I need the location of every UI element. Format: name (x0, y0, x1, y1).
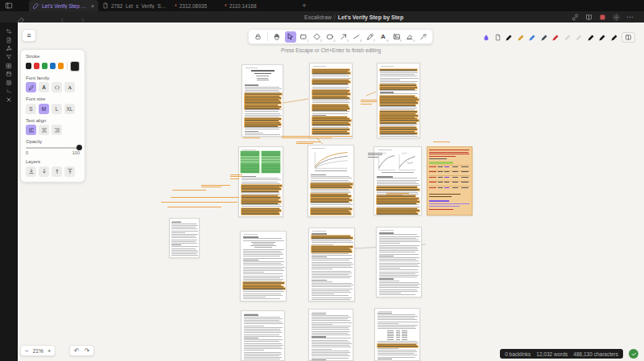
canvas-annotation-text[interactable] (368, 153, 382, 154)
undo-button[interactable]: ↶ (74, 347, 80, 355)
bring-to-front-button[interactable] (64, 166, 75, 177)
opacity-slider[interactable] (26, 147, 80, 149)
custom-pen-3-icon[interactable] (610, 34, 618, 42)
canvas-annotation-text[interactable] (361, 104, 372, 105)
paper-page-5[interactable] (308, 145, 354, 217)
canvas-annotation-text[interactable] (386, 193, 409, 194)
canvas-annotation-text[interactable] (230, 178, 239, 179)
close-icon[interactable] (0, 96, 18, 105)
font-family-code-button[interactable] (52, 82, 62, 92)
send-to-back-button[interactable] (26, 166, 36, 177)
blue-pen-icon[interactable] (528, 34, 536, 42)
tab-close-icon[interactable]: × (91, 3, 94, 9)
laser-tool[interactable] (418, 31, 429, 43)
canvas-annotation-text[interactable] (296, 142, 320, 142)
gear-icon[interactable] (612, 13, 621, 22)
insert-file-icon[interactable] (494, 34, 502, 41)
tab-3[interactable]: ‹2312.08935 (171, 0, 221, 11)
canvas-annotation-text[interactable] (361, 100, 377, 101)
terminal-icon[interactable] (0, 87, 18, 96)
canvas-annotation-text[interactable] (172, 190, 206, 191)
font-family-hand-drawn-button[interactable] (26, 82, 36, 92)
font-size-xl-button[interactable]: XL (64, 104, 75, 114)
paper-page-9[interactable] (308, 228, 355, 302)
current-stroke-swatch[interactable] (70, 61, 80, 72)
new-tab-button[interactable]: + (299, 1, 309, 10)
menu-button[interactable]: ≡ (22, 29, 36, 42)
canvas-annotation-text[interactable] (230, 176, 242, 177)
stroke-swatch-4[interactable] (50, 63, 56, 69)
pencil-pen-icon[interactable] (517, 34, 525, 42)
custom-pen-2-icon[interactable] (598, 34, 606, 42)
panel-toggle-button[interactable] (621, 32, 635, 43)
text-tool[interactable]: A8 (378, 31, 389, 43)
new-note-icon[interactable] (0, 36, 18, 45)
canvas-annotation-text[interactable] (282, 137, 332, 138)
book-icon[interactable] (584, 13, 593, 22)
arrow-tool[interactable]: 5 (338, 31, 349, 43)
paper-page-3[interactable] (377, 63, 420, 138)
faded-pen-2-icon[interactable] (575, 34, 583, 42)
canvas-annotation-text[interactable] (171, 197, 239, 198)
canvas-annotation-text[interactable] (386, 195, 402, 195)
sync-check-button[interactable] (629, 349, 638, 359)
eraser-tool[interactable]: 0 (404, 31, 415, 43)
tab-1[interactable]: Let's Verify Step by S...× (29, 0, 98, 11)
more-icon[interactable]: ⋯ (625, 13, 634, 22)
canvas-annotation-text[interactable] (201, 185, 230, 186)
font-family-normal-button[interactable]: A (39, 82, 49, 92)
annotation-note-card[interactable] (427, 146, 473, 215)
hand-tool[interactable] (271, 31, 283, 43)
stroke-swatch-1[interactable] (26, 63, 31, 69)
canvas-annotation-text[interactable] (361, 101, 377, 102)
red-pen-icon[interactable] (551, 34, 559, 42)
text-align-center-button[interactable] (39, 125, 49, 135)
canvas-annotation-text[interactable] (368, 157, 378, 158)
quick-switcher-icon[interactable] (0, 27, 18, 36)
paper-page-4[interactable] (238, 146, 283, 217)
text-align-right-button[interactable] (52, 125, 62, 135)
text-align-left-button[interactable] (26, 125, 36, 135)
zoom-level[interactable]: 21% (33, 348, 43, 354)
daily-note-icon[interactable] (0, 70, 18, 79)
obsidian-drop-pen-icon[interactable] (482, 34, 490, 42)
status-item-2[interactable]: 12,032 words (536, 351, 568, 357)
random-note-icon[interactable] (0, 79, 18, 88)
link-icon[interactable] (571, 13, 580, 22)
tab-2[interactable]: 2762_Let_s_Verify_Step_... (98, 0, 171, 11)
paper-page-6[interactable] (374, 146, 422, 215)
zoom-in-button[interactable]: + (47, 347, 52, 355)
font-size-s-button[interactable]: S (26, 104, 36, 114)
send-backward-button[interactable] (39, 166, 49, 177)
canvas-annotation-text[interactable] (296, 143, 313, 144)
canvas-annotation-text[interactable] (161, 202, 237, 203)
excalidraw-canvas[interactable]: ≡ Stroke Font family AA Font size SMLXL … (18, 23, 644, 361)
stroke-swatch-5[interactable] (58, 63, 64, 69)
paper-page-1[interactable] (242, 64, 283, 137)
paper-page-13[interactable] (374, 308, 420, 361)
black-pen-icon[interactable] (505, 34, 513, 42)
status-item-1[interactable]: 0 backlinks (505, 351, 530, 357)
status-item-3[interactable]: 486,130 characters (573, 351, 618, 357)
canvas-annotation-text[interactable] (368, 154, 382, 155)
lock-tool[interactable] (252, 31, 263, 43)
line-tool[interactable]: 6 (351, 31, 362, 43)
font-family-serif-button[interactable]: A (64, 82, 75, 92)
redo-button[interactable]: ↷ (85, 347, 90, 355)
selection-tool[interactable]: 1 (285, 31, 296, 43)
record-icon[interactable] (598, 13, 607, 22)
card-view-icon[interactable] (0, 61, 18, 70)
command-palette-icon[interactable] (0, 53, 18, 62)
zoom-out-button[interactable]: − (25, 347, 29, 355)
paper-page-8[interactable] (240, 231, 287, 302)
stroke-swatch-3[interactable] (42, 63, 47, 69)
diamond-tool[interactable]: 3 (312, 31, 323, 43)
paper-page-2[interactable] (309, 63, 353, 138)
ellipse-tool[interactable]: 4 (324, 31, 336, 43)
canvas-annotation-text[interactable] (282, 136, 353, 137)
bring-forward-button[interactable] (52, 166, 62, 177)
sidebar-toggle-icon[interactable] (4, 2, 14, 10)
paper-page-12[interactable] (308, 309, 353, 361)
rectangle-tool[interactable]: 2 (298, 31, 309, 43)
canvas-annotation-text[interactable] (230, 174, 242, 175)
